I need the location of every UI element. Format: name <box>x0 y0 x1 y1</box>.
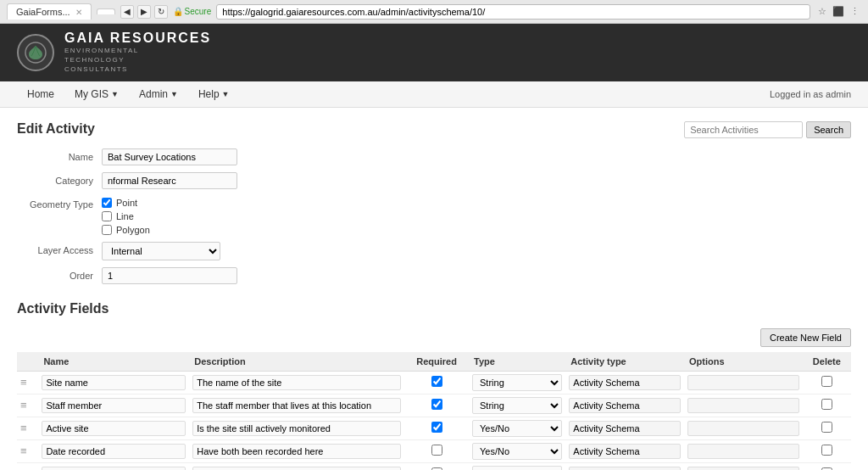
field-name-input[interactable] <box>42 421 186 436</box>
field-activity-type-input[interactable] <box>569 421 681 436</box>
browser-controls: ◀ ▶ ↻ <box>120 5 168 19</box>
layer-access-select[interactable]: Internal External Public <box>102 242 220 260</box>
col-header-delete: Delete <box>803 352 851 372</box>
description-cell <box>189 371 404 394</box>
logged-in-label: Logged in as admin <box>770 82 851 106</box>
search-button[interactable]: Search <box>806 121 851 138</box>
field-description-input[interactable] <box>192 398 401 413</box>
category-label: Category <box>17 172 102 186</box>
order-input[interactable] <box>102 267 237 284</box>
field-name-input[interactable] <box>42 467 186 470</box>
edit-activity-header: Search Edit Activity <box>17 121 851 148</box>
field-activity-type-input[interactable] <box>569 398 681 413</box>
field-type-select[interactable]: StringYes/NoImageIntegerFloatDateFile <box>472 397 562 414</box>
nav-admin[interactable]: Admin ▼ <box>129 81 188 107</box>
fields-header: Create New Field <box>17 328 851 347</box>
address-bar[interactable] <box>216 4 810 20</box>
delete-cell <box>803 371 851 394</box>
field-activity-type-input[interactable] <box>569 375 681 390</box>
delete-cell <box>803 417 851 439</box>
order-row: Order <box>17 267 851 284</box>
menu-button[interactable]: ⋮ <box>848 5 861 19</box>
back-button[interactable]: ◀ <box>120 5 134 19</box>
drag-handle-cell: ≡ <box>17 417 38 439</box>
drag-handle-icon[interactable]: ≡ <box>20 399 27 411</box>
geometry-line[interactable]: Line <box>102 211 150 221</box>
options-cell <box>684 417 803 439</box>
create-new-field-button[interactable]: Create New Field <box>760 328 851 347</box>
forward-button[interactable]: ▶ <box>137 5 151 19</box>
tab-close-icon[interactable]: ✕ <box>75 8 82 17</box>
polygon-checkbox[interactable] <box>102 225 112 235</box>
field-options-input[interactable] <box>687 421 799 436</box>
point-checkbox[interactable] <box>102 198 112 208</box>
category-input[interactable] <box>102 172 237 189</box>
activity-fields-table: Name Description Required Type Activity … <box>17 352 851 470</box>
field-options-input[interactable] <box>687 444 799 459</box>
field-name-input[interactable] <box>42 444 186 459</box>
site-header: GAIA RESOURCES ENVIRONMENTAL TECHNOLOGY … <box>0 24 868 81</box>
field-delete-checkbox[interactable] <box>821 399 832 410</box>
drag-handle-icon[interactable]: ≡ <box>20 376 27 389</box>
star-button[interactable]: ☆ <box>815 5 829 19</box>
geometry-polygon[interactable]: Polygon <box>102 225 150 235</box>
field-description-input[interactable] <box>192 421 401 436</box>
edit-activity-form: Name Category Geometry Type Point Line <box>17 148 851 284</box>
field-required-checkbox[interactable] <box>431 445 442 456</box>
activity-type-cell <box>565 394 684 417</box>
field-options-input[interactable] <box>687 467 799 470</box>
drag-handle-icon[interactable]: ≡ <box>20 445 27 457</box>
nav-home[interactable]: Home <box>17 81 64 107</box>
field-delete-checkbox[interactable] <box>821 376 832 387</box>
field-delete-checkbox[interactable] <box>821 445 832 456</box>
field-delete-checkbox[interactable] <box>821 422 832 433</box>
name-input[interactable] <box>102 148 237 165</box>
extensions-button[interactable]: ⬛ <box>832 5 845 19</box>
field-description-input[interactable] <box>192 375 401 390</box>
field-type-select[interactable]: StringYes/NoImageIntegerFloatDateFile <box>472 443 562 460</box>
search-bar: Search <box>684 121 851 138</box>
field-activity-type-input[interactable] <box>569 444 681 459</box>
nav-my-gis[interactable]: My GIS ▼ <box>64 81 129 107</box>
field-options-input[interactable] <box>687 375 799 390</box>
logo-icon <box>17 34 54 71</box>
layer-access-label: Layer Access <box>17 242 102 255</box>
line-checkbox[interactable] <box>102 211 112 221</box>
field-type-select[interactable]: StringYes/NoImageIntegerFloatDateFile <box>472 420 562 437</box>
main-nav: Home My GIS ▼ Admin ▼ Help ▼ Logged in a… <box>0 81 868 108</box>
field-name-input[interactable] <box>42 375 186 390</box>
table-header-row: Name Description Required Type Activity … <box>17 352 851 372</box>
activity-type-cell <box>565 439 684 462</box>
company-name: GAIA RESOURCES <box>64 31 211 46</box>
field-options-input[interactable] <box>687 398 799 413</box>
name-row: Name <box>17 148 851 165</box>
field-activity-type-input[interactable] <box>569 467 681 470</box>
browser-tab-2[interactable] <box>97 8 115 14</box>
field-name-input[interactable] <box>42 398 186 413</box>
geometry-point[interactable]: Point <box>102 198 150 208</box>
nav-items: Home My GIS ▼ Admin ▼ Help ▼ <box>17 81 240 107</box>
table-row: ≡ StringYes/NoImageIntegerFloatDateFile <box>17 439 851 462</box>
field-required-checkbox[interactable] <box>431 422 442 433</box>
field-type-select[interactable]: StringYes/NoImageIntegerFloatDateFile <box>472 466 562 470</box>
name-cell <box>38 462 189 470</box>
field-required-checkbox[interactable] <box>431 376 442 387</box>
logo-area: GAIA RESOURCES ENVIRONMENTAL TECHNOLOGY … <box>17 31 211 75</box>
drag-handle-icon[interactable]: ≡ <box>20 422 27 434</box>
field-type-select[interactable]: StringYes/NoImageIntegerFloatDateFile <box>472 374 562 391</box>
table-row: ≡ StringYes/NoImageIntegerFloatDateFile <box>17 462 851 470</box>
nav-help[interactable]: Help ▼ <box>188 81 240 107</box>
search-input[interactable] <box>684 121 803 138</box>
company-subtitle: ENVIRONMENTAL TECHNOLOGY CONSULTANTS <box>64 46 211 75</box>
field-description-input[interactable] <box>192 444 401 459</box>
type-cell: StringYes/NoImageIntegerFloatDateFile <box>469 394 565 417</box>
field-description-input[interactable] <box>192 467 401 470</box>
field-required-checkbox[interactable] <box>431 399 442 410</box>
browser-tab-1[interactable]: GaiaForms... ✕ <box>7 3 92 20</box>
category-row: Category <box>17 172 851 189</box>
main-content: Search Edit Activity Name Category Geome… <box>0 108 868 470</box>
reload-button[interactable]: ↻ <box>154 5 168 19</box>
type-cell: StringYes/NoImageIntegerFloatDateFile <box>469 462 565 470</box>
geometry-checkboxes: Point Line Polygon <box>102 196 150 235</box>
type-cell: StringYes/NoImageIntegerFloatDateFile <box>469 439 565 462</box>
